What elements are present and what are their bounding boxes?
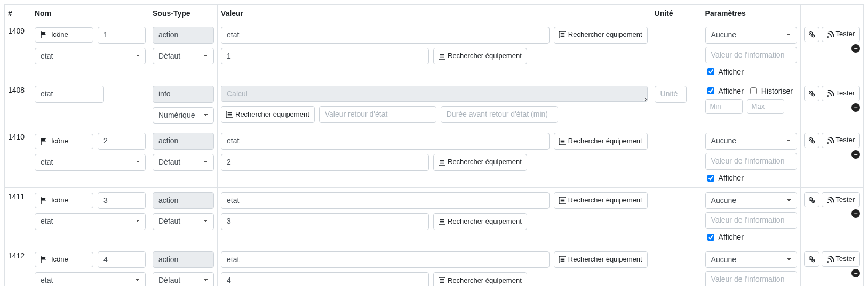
min-input[interactable] [705,99,743,114]
param-info-input[interactable] [705,47,797,64]
historiser-checkbox-label[interactable]: Historiser [748,86,793,96]
icon-button[interactable]: Icône [35,27,93,43]
tester-button[interactable]: Tester [822,27,860,42]
sous-type-select[interactable]: Défaut [153,48,214,65]
col-id: # [5,5,31,22]
afficher-checkbox-label[interactable]: Afficher [705,232,797,242]
valeur-top-input[interactable] [221,27,550,44]
valeur-top-input[interactable] [221,192,550,209]
sous-type-readonly [153,192,214,209]
name-select[interactable]: etat [35,154,146,171]
configure-button[interactable] [804,192,819,208]
rechercher-equipement-top-button[interactable]: Rechercher équipement [554,27,648,44]
sous-type-select[interactable]: Numérique [153,107,214,124]
icon-button[interactable]: Icône [35,134,93,149]
configure-button[interactable] [804,251,819,267]
tester-button[interactable]: Tester [822,251,860,267]
sous-type-select[interactable]: Défaut [153,154,214,171]
unite-cell [651,22,702,81]
param-select[interactable]: Aucune [705,133,797,150]
name-number-input[interactable] [98,251,146,268]
param-select[interactable]: Aucune [705,192,797,209]
historiser-checkbox[interactable] [750,87,757,94]
name-select[interactable]: etat [35,48,146,65]
table-row: 1410 Icône etat Défaut [5,128,864,187]
configure-button[interactable] [804,133,819,148]
afficher-checkbox[interactable] [707,175,714,182]
table-row: 1411 Icône etat Défaut [5,187,864,247]
table-row: 1412 Icône etat Défaut [5,247,864,286]
calcul-textarea[interactable] [221,86,648,102]
duree-retour-input[interactable] [441,106,558,123]
delete-button[interactable]: − [851,44,860,53]
rechercher-equipement-bottom-button[interactable]: Rechercher équipement [433,154,527,171]
rechercher-equipement-top-button[interactable]: Rechercher équipement [554,192,648,209]
afficher-checkbox[interactable] [707,234,714,241]
name-number-input[interactable] [98,27,146,44]
rechercher-equipement-button[interactable]: Rechercher équipement [221,106,315,123]
name-select[interactable]: etat [35,213,146,230]
param-select[interactable]: Aucune [705,251,797,268]
valeur-top-input[interactable] [221,133,550,150]
unite-cell [651,187,702,247]
sous-type-readonly [153,251,214,268]
name-number-input[interactable] [98,192,146,209]
configure-button[interactable] [804,27,819,42]
unite-input[interactable] [655,86,687,103]
col-actions [800,5,863,22]
valeur-retour-input[interactable] [319,106,436,123]
row-id: 1408 [5,81,31,128]
name-number-input[interactable] [98,133,146,150]
row-id: 1412 [5,247,31,286]
col-sous-type: Sous-Type [149,5,218,22]
sous-type-readonly [153,27,214,44]
delete-button[interactable]: − [851,269,860,277]
icon-button[interactable]: Icône [35,252,93,267]
row-id: 1410 [5,128,31,187]
afficher-checkbox[interactable] [707,87,714,94]
afficher-checkbox-label[interactable]: Afficher [705,86,744,96]
sous-type-select[interactable]: Défaut [153,272,214,286]
rechercher-equipement-bottom-button[interactable]: Rechercher équipement [433,272,527,286]
rechercher-equipement-bottom-button[interactable]: Rechercher équipement [433,48,527,65]
delete-button[interactable]: − [851,150,860,159]
table-row: 1408 Numérique Rechercher équipement [5,81,864,128]
tester-button[interactable]: Tester [822,133,860,148]
afficher-checkbox[interactable] [707,68,714,75]
row-id: 1409 [5,22,31,81]
param-info-input[interactable] [705,271,797,286]
commands-table: # Nom Sous-Type Valeur Unité Paramètres … [4,4,864,286]
sous-type-readonly [153,86,214,103]
col-parametres: Paramètres [702,5,800,22]
icon-button[interactable]: Icône [35,193,93,208]
sous-type-select[interactable]: Défaut [153,213,214,230]
max-input[interactable] [747,99,784,114]
valeur-bottom-input[interactable] [221,272,429,286]
delete-button[interactable]: − [851,209,860,218]
row-id: 1411 [5,187,31,247]
afficher-checkbox-label[interactable]: Afficher [705,67,797,77]
rechercher-equipement-top-button[interactable]: Rechercher équipement [554,251,648,268]
sous-type-readonly [153,133,214,150]
name-text-input[interactable] [35,86,104,103]
col-unite: Unité [651,5,702,22]
col-nom: Nom [31,5,149,22]
tester-button[interactable]: Tester [822,86,860,101]
rechercher-equipement-bottom-button[interactable]: Rechercher équipement [433,213,527,230]
param-info-input[interactable] [705,212,797,229]
table-row: 1409 Icône etat Défaut [5,22,864,81]
param-info-input[interactable] [705,153,797,170]
valeur-bottom-input[interactable] [221,48,429,65]
col-valeur: Valeur [218,5,651,22]
tester-button[interactable]: Tester [822,192,860,208]
valeur-bottom-input[interactable] [221,154,429,171]
table-header-row: # Nom Sous-Type Valeur Unité Paramètres [5,5,864,22]
param-select[interactable]: Aucune [705,27,797,44]
valeur-bottom-input[interactable] [221,213,429,230]
afficher-checkbox-label[interactable]: Afficher [705,173,797,183]
valeur-top-input[interactable] [221,251,550,268]
configure-button[interactable] [804,86,819,101]
delete-button[interactable]: − [851,103,860,112]
name-select[interactable]: etat [35,272,146,286]
rechercher-equipement-top-button[interactable]: Rechercher équipement [554,133,648,150]
